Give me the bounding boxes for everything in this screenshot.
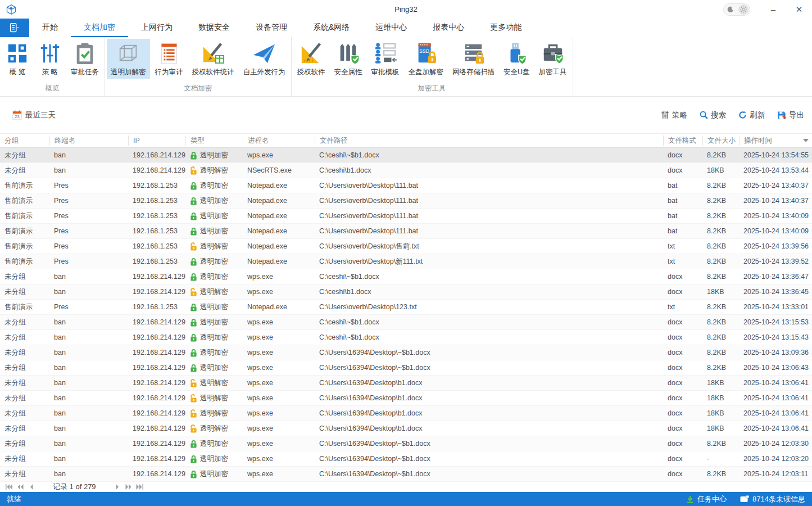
ribbon-item-approval-tasks[interactable]: 审批任务 <box>67 39 103 79</box>
ribbon-item-overview[interactable]: 概 览 <box>2 39 33 79</box>
ribbon-item-policy[interactable]: 策 略 <box>34 39 66 79</box>
search-button[interactable]: 搜索 <box>700 110 726 120</box>
table-row[interactable]: 未分组 ban 192.168.214.129 透明加密 wps.exe C:\… <box>0 148 812 163</box>
cell-group: 售前演示 <box>0 227 49 236</box>
ribbon-item-security-attributes[interactable]: 安全属性 <box>330 39 366 79</box>
column-options-arrow-icon[interactable] <box>803 139 809 142</box>
cell-process: wps.exe <box>243 364 315 372</box>
column-header-time[interactable]: 操作时间 <box>739 135 812 146</box>
table-row[interactable]: 未分组 ban 192.168.214.129 透明解密 wps.exe C:\… <box>0 284 812 300</box>
cell-type-label: 透明加密 <box>200 318 228 327</box>
lock-closed-icon <box>190 273 197 281</box>
cell-type-label: 透明加密 <box>200 272 228 282</box>
ribbon-item-behavior-audit[interactable]: 行为审计 <box>151 39 187 79</box>
menu-tab[interactable]: 系统&网络 <box>300 19 362 37</box>
cell-format: docx <box>663 409 702 417</box>
moon-icon[interactable] <box>725 4 736 15</box>
fast-next-button[interactable] <box>124 483 133 491</box>
theme-toggle[interactable] <box>723 3 750 16</box>
sun-icon[interactable] <box>738 4 749 15</box>
column-header-group[interactable]: 分组 <box>0 135 49 146</box>
fast-prev-button[interactable] <box>16 483 25 491</box>
ribbon-item-licensed-software[interactable]: 授权软件 <box>293 39 329 79</box>
table-row[interactable]: 售前演示 Pres 192.168.1.253 透明加密 Notepad.exe… <box>0 224 812 239</box>
cell-format: txt <box>663 303 702 311</box>
cell-group: 售前演示 <box>0 181 49 191</box>
cell-type-label: 透明加密 <box>200 151 228 160</box>
app-menu-button[interactable] <box>0 19 29 37</box>
approval-clipboard-icon <box>73 42 97 65</box>
table-row[interactable]: 未分组 ban 192.168.214.129 透明加密 wps.exe C:\… <box>0 315 812 330</box>
cell-group: 未分组 <box>0 348 49 358</box>
lock-closed-icon <box>190 318 197 327</box>
ribbon-item-label: 全盘加解密 <box>409 67 444 77</box>
table-row[interactable]: 售前演示 Pres 192.168.1.253 透明加密 Notepad.exe… <box>0 178 812 193</box>
cell-type: 透明加密 <box>185 181 243 191</box>
column-header-ip[interactable]: IP <box>128 135 185 146</box>
cell-group: 售前演示 <box>0 242 49 251</box>
cell-group: 未分组 <box>0 454 49 464</box>
refresh-button[interactable]: 刷新 <box>738 110 765 120</box>
table-row[interactable]: 未分组 ban 192.168.214.129 透明加密 wps.exe C:\… <box>0 269 812 284</box>
ribbon-item-transparent-encryption[interactable]: 透明加解密 <box>107 39 150 79</box>
table-row[interactable]: 未分组 ban 192.168.214.129 透明加密 wps.exe C:\… <box>0 436 812 451</box>
table-row[interactable]: 未分组 ban 192.168.214.129 透明解密 NSecRTS.exe… <box>0 163 812 178</box>
menu-tab[interactable]: 数据安全 <box>185 19 243 37</box>
table-row[interactable]: 售前演示 Pres 192.168.1.253 透明加密 Notepad.exe… <box>0 209 812 224</box>
policy-button[interactable]: 策略 <box>661 110 687 120</box>
table-row[interactable]: 未分组 ban 192.168.214.129 透明解密 wps.exe C:\… <box>0 406 812 421</box>
ribbon-item-outgoing-behavior[interactable]: 自主外发行为 <box>239 39 289 79</box>
table-row[interactable]: 未分组 ban 192.168.214.129 透明加密 wps.exe C:\… <box>0 451 812 467</box>
menu-tab[interactable]: 开始 <box>29 19 71 37</box>
table-row[interactable]: 售前演示 Pres 192.168.1.253 透明加密 Notepad.exe… <box>0 193 812 209</box>
cell-time: 2025-10-24 13:15:53 <box>739 318 812 326</box>
ribbon-item-software-stats[interactable]: 授权软件统计 <box>188 39 238 79</box>
export-button[interactable]: 导出 <box>777 110 804 120</box>
last-page-button[interactable] <box>135 483 144 491</box>
table-row[interactable]: 未分组 ban 192.168.214.129 透明解密 wps.exe C:\… <box>0 391 812 406</box>
minimize-button[interactable]: – <box>760 0 786 19</box>
cell-format: docx <box>663 455 702 463</box>
menu-tab[interactable]: 上网行为 <box>128 19 185 37</box>
table-row[interactable]: 未分组 ban 192.168.214.129 透明解密 wps.exe C:\… <box>0 421 812 436</box>
task-center-button[interactable]: 任务中心 <box>686 494 727 504</box>
menu-tab[interactable]: 设备管理 <box>243 19 300 37</box>
column-header-type[interactable]: 类型 <box>185 135 243 146</box>
menu-tab[interactable]: 报表中心 <box>420 19 477 37</box>
calendar-icon: 23 <box>12 110 22 120</box>
column-header-size[interactable]: 文件大小 <box>702 135 739 146</box>
table-row[interactable]: 未分组 ban 192.168.214.129 透明加密 wps.exe C:\… <box>0 330 812 345</box>
cell-terminal: ban <box>49 409 128 417</box>
ribbon-item-encryption-toolbox[interactable]: 加密工具 <box>535 39 571 79</box>
date-range-filter[interactable]: 23 最近三天 <box>12 110 56 120</box>
cell-size: - <box>702 455 739 463</box>
cell-path: C:\Users\16394\Desktop\~$b1.docx <box>315 455 663 463</box>
column-header-process[interactable]: 进程名 <box>243 135 315 146</box>
menu-tab[interactable]: 运维中心 <box>362 19 420 37</box>
table-row[interactable]: 售前演示 Pres 192.168.1.253 透明解密 Notepad.exe… <box>0 239 812 254</box>
column-header-path[interactable]: 文件路径 <box>315 135 663 146</box>
table-row[interactable]: 售前演示 Pres 192.168.1.253 透明加密 Notepad.exe… <box>0 254 812 269</box>
table-row[interactable]: 未分组 ban 192.168.214.129 透明加密 wps.exe C:\… <box>0 345 812 360</box>
close-button[interactable]: ✕ <box>786 0 812 19</box>
column-header-terminal[interactable]: 终端名 <box>49 135 128 146</box>
next-page-button[interactable] <box>113 483 122 491</box>
ribbon-item-approval-template[interactable]: 审批模板 <box>368 39 403 79</box>
column-header-format[interactable]: 文件格式 <box>663 135 702 146</box>
cell-path: C:\Users\overb\Desktop\111.bat <box>315 227 663 235</box>
menu-tab[interactable]: 文档加密 <box>71 19 128 37</box>
ribbon-item-full-disk-encryption[interactable]: SSD 全盘加解密 <box>405 39 448 79</box>
ribbon-item-network-storage-scan[interactable]: 网络存储扫描 <box>448 39 498 79</box>
ribbon-item-secure-usb[interactable]: 安全U盘 <box>500 39 534 79</box>
unread-messages-button[interactable]: 8714条未读信息 <box>740 494 805 504</box>
table-row[interactable]: 未分组 ban 192.168.214.129 透明解密 wps.exe C:\… <box>0 376 812 391</box>
table-row[interactable]: 售前演示 Pres 192.168.1.253 透明加密 Notepad.exe… <box>0 300 812 315</box>
table-row[interactable]: 未分组 ban 192.168.214.129 透明加密 wps.exe C:\… <box>0 360 812 376</box>
cell-time: 2025-10-24 13:09:36 <box>739 349 812 356</box>
menu-tab[interactable]: 更多功能 <box>477 19 534 37</box>
prev-page-button[interactable] <box>27 483 36 491</box>
first-page-button[interactable] <box>4 483 13 491</box>
table-row[interactable]: 未分组 ban 192.168.214.129 透明加密 wps.exe C:\… <box>0 467 812 482</box>
cell-terminal: ban <box>49 349 128 356</box>
cell-terminal: Pres <box>49 212 128 220</box>
